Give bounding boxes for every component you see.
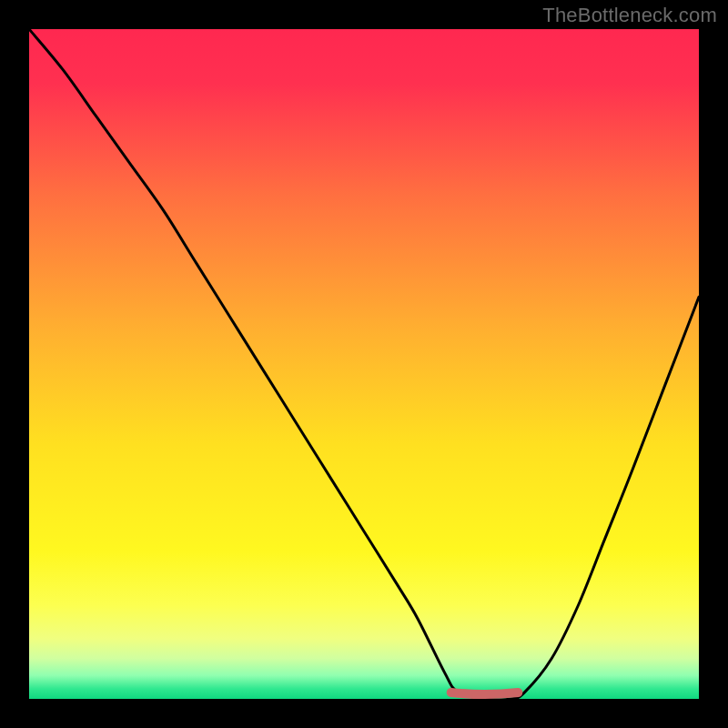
chart-frame: TheBottleneck.com: [0, 0, 728, 728]
bottleneck-curve: [29, 29, 699, 699]
curve-path: [29, 29, 699, 699]
watermark-text: TheBottleneck.com: [542, 4, 717, 27]
plot-area: [29, 29, 699, 699]
optimal-marker: [451, 693, 519, 694]
